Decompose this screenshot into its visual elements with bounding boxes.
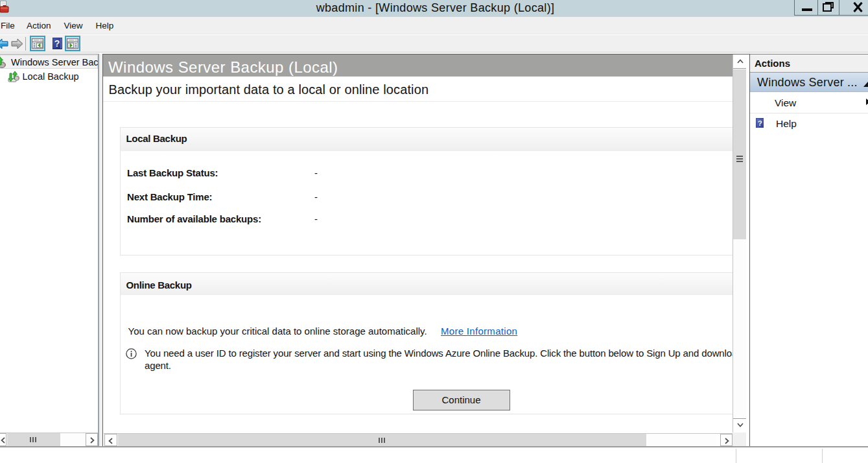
svg-text:?: ?: [757, 119, 762, 126]
svg-text:?: ?: [54, 38, 60, 48]
